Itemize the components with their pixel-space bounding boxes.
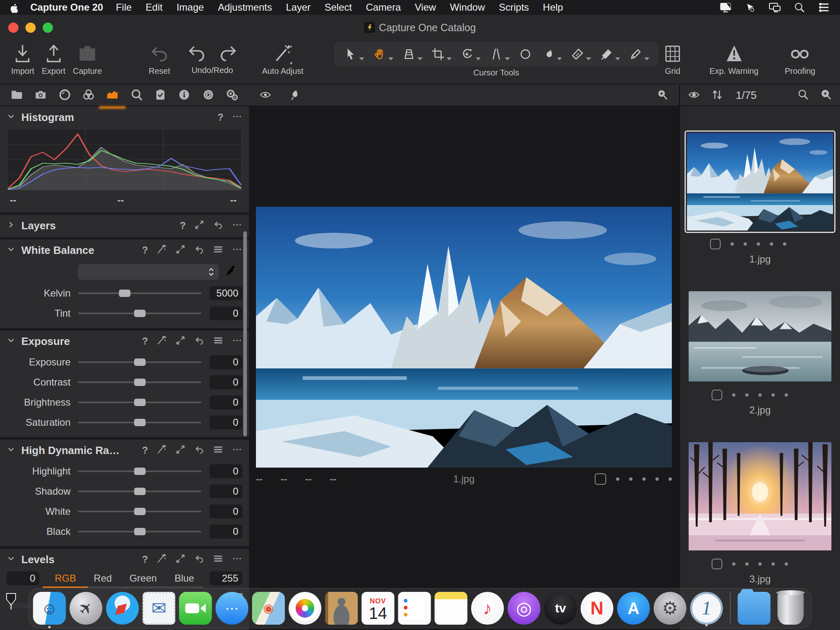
thumbnail-rating-dots[interactable] [730,242,786,246]
adjustment-slider[interactable] [78,416,201,429]
viewer-zoom-icon[interactable] [656,88,669,103]
levels-high-value[interactable]: 255 [210,571,242,585]
more-icon[interactable] [232,111,242,123]
thumbnail-checkbox[interactable] [712,390,722,400]
browser-zoom-icon[interactable] [819,88,833,103]
wand-icon[interactable] [156,553,167,566]
exposure-tab[interactable] [105,85,120,106]
levels-low-value[interactable]: 0 [7,571,39,585]
chevron-down-icon[interactable] [7,445,16,456]
info-tab[interactable] [176,85,192,106]
dock-finder[interactable]: ☺ [33,592,66,625]
grid-button[interactable]: Grid [662,42,683,76]
library-tab[interactable] [9,85,25,106]
reset-button[interactable]: Reset [148,42,171,76]
adjustment-value[interactable]: 0 [210,484,242,498]
display-icon[interactable] [719,2,732,13]
thumbnail-image[interactable] [687,133,833,231]
exposure-warning-button[interactable]: Exp. Warning [710,42,758,76]
chevron-down-icon[interactable] [7,112,16,123]
reset-icon[interactable] [213,219,224,232]
reset-icon[interactable] [194,335,205,347]
rating-dot[interactable] [785,562,788,566]
rating-dot[interactable] [745,562,749,566]
rating-dot[interactable] [758,562,762,566]
expand-icon[interactable] [175,335,186,347]
slider-thumb[interactable] [134,488,146,495]
dock-contacts[interactable] [325,592,358,625]
slider-thumb[interactable] [134,358,146,366]
capture-button[interactable]: Capture [73,42,102,76]
expand-icon[interactable] [175,244,186,256]
wand-icon[interactable] [156,335,167,347]
erase-mask-tool[interactable] [596,44,623,64]
pointer-icon[interactable] [744,2,756,13]
presets-icon[interactable] [213,444,224,457]
menu-item-file[interactable]: File [116,2,132,13]
spotlight-icon[interactable] [793,2,806,13]
dock-appletv[interactable]: tv [544,592,577,625]
rating-dot[interactable] [732,562,735,566]
dock-launchpad[interactable]: ✈ [70,592,103,625]
dock-mail[interactable]: ✉ [143,592,176,625]
more-icon[interactable] [232,335,242,347]
dock-facetime[interactable] [179,592,212,625]
histogram-header[interactable]: Histogram? [0,107,249,128]
layers-header[interactable]: Layers? [0,215,249,236]
dock-safari[interactable]: ◆ [106,592,139,625]
adjustment-value[interactable]: 0 [210,395,242,409]
rating-dot[interactable] [770,242,773,246]
slider-thumb[interactable] [134,399,146,406]
adjustment-slider[interactable] [78,465,201,477]
help-icon[interactable]: ? [142,554,148,565]
thumbnail-rating-dots[interactable] [732,393,788,397]
white-balance-header[interactable]: White Balance? [0,240,249,261]
menu-item-adjustments[interactable]: Adjustments [218,2,272,13]
slider-thumb[interactable] [119,290,130,297]
dock-news[interactable]: N [581,592,614,625]
adjustment-slider[interactable] [78,356,201,368]
capture-tab[interactable] [33,85,48,106]
dock-trash[interactable] [778,592,804,625]
export-button[interactable]: Export [42,42,66,76]
browser-sort-icon[interactable] [710,88,724,103]
dock-music[interactable]: ♪ [471,592,504,625]
rating-dot[interactable] [783,242,786,246]
proofing-button[interactable]: Proofing [785,42,815,76]
brush-tool[interactable] [538,44,565,64]
adjustment-slider[interactable] [78,525,201,538]
color-tab[interactable] [81,85,96,106]
adjustment-slider[interactable] [78,396,201,409]
exposure-header[interactable]: Exposure? [0,331,249,352]
chevron-down-icon[interactable] [7,336,16,347]
zoom-button[interactable] [43,23,53,33]
help-icon[interactable]: ? [142,336,148,347]
rating-dot[interactable] [745,393,749,397]
keystone-tool[interactable] [486,44,513,64]
menu-item-camera[interactable]: Camera [366,2,401,13]
lens-tab[interactable] [57,85,73,106]
chevron-down-icon[interactable] [7,245,16,256]
adjustment-value[interactable]: 0 [210,306,242,320]
dock-system-preferences[interactable]: ⚙ [654,592,687,625]
adjustment-value[interactable]: 0 [210,355,242,369]
channel-tab-green[interactable]: Green [129,571,158,586]
dock-podcasts[interactable]: ◎ [508,592,541,625]
levels-shadow-pin[interactable] [5,592,17,612]
process-tab[interactable] [224,85,240,106]
wb-eyedropper-icon[interactable] [219,265,242,279]
pencil-tool[interactable] [625,44,653,64]
rotate-tool[interactable] [457,44,484,64]
reset-icon[interactable] [194,244,205,256]
loupe-tool[interactable] [398,44,426,64]
adjustment-slider[interactable] [78,505,201,518]
channel-tab-blue[interactable]: Blue [173,571,195,586]
viewer-photo[interactable] [256,207,672,468]
panel-scrollbar[interactable] [243,231,247,436]
wb-mode-select[interactable] [78,264,219,280]
crop-tool[interactable] [427,44,455,64]
levels-header[interactable]: Levels? [0,549,249,570]
browser-eye-icon[interactable] [687,88,701,103]
metadata-tab[interactable] [153,85,168,106]
screen-mirroring-icon[interactable] [769,2,781,13]
